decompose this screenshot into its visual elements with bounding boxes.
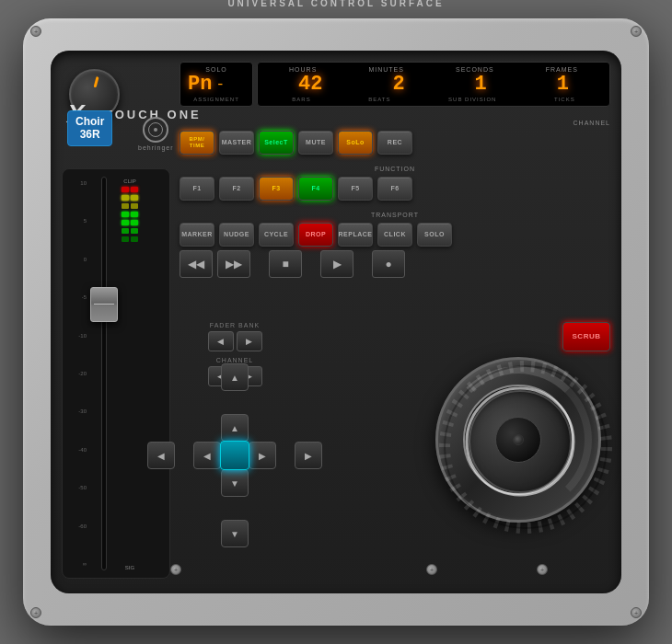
- knob-indicator: [93, 76, 98, 87]
- scale-20n: -20: [70, 371, 87, 376]
- f3-button[interactable]: F3: [259, 177, 294, 201]
- scale-50n: -50: [70, 485, 87, 490]
- channel-buttons: BPM/TIME MASTER SelecT MUTE SoLo REC: [180, 131, 610, 155]
- vu-yellow-row-1: [122, 195, 138, 201]
- bottom-controls: FADER BANK ◀ ▶ CHANNEL ◀ ▶: [180, 322, 610, 579]
- fader-handle[interactable]: [90, 287, 118, 322]
- play-button[interactable]: ▶: [320, 250, 353, 278]
- fader-bank-left[interactable]: ◀: [208, 331, 234, 351]
- channel-nav-label: CHANNEL: [180, 357, 290, 363]
- f6-button[interactable]: F6: [377, 177, 412, 201]
- left-controls: FADER BANK ◀ ▶ CHANNEL ◀ ▶: [180, 322, 290, 579]
- vu-seg-g1: [122, 212, 129, 217]
- click-button[interactable]: CLICK: [377, 223, 412, 247]
- scale-inf: ∞: [70, 561, 87, 567]
- jog-wheel[interactable]: [435, 357, 610, 532]
- select-button[interactable]: SelecT: [259, 131, 294, 155]
- subdivision-label: SUB DIVISION: [448, 97, 496, 102]
- nav-down[interactable]: ▼: [221, 469, 249, 497]
- nav-left[interactable]: ◀: [193, 442, 221, 469]
- vu-seg-g3: [122, 220, 129, 225]
- solo-button[interactable]: SoLo: [338, 131, 373, 155]
- function-buttons: F1 F2 F3 F4 F5 F6: [180, 177, 610, 201]
- f2-button[interactable]: F2: [219, 177, 254, 201]
- fader-center-line: [94, 304, 114, 305]
- drop-button[interactable]: DROP: [298, 223, 333, 247]
- bpm-time-button[interactable]: BPM/TIME: [180, 131, 214, 155]
- record-button[interactable]: ●: [372, 250, 405, 278]
- fader-bank-right[interactable]: ▶: [237, 331, 262, 351]
- rec-button[interactable]: REC: [377, 131, 412, 155]
- f4-button[interactable]: F4: [298, 177, 333, 201]
- cycle-button[interactable]: CYCLE: [259, 223, 294, 247]
- nav-right[interactable]: ▶: [249, 442, 276, 469]
- fader-section: 10 5 0 -5 -10 -20 -30 -40 -50 -60 ∞: [62, 168, 170, 579]
- f1-button[interactable]: F1: [180, 177, 214, 201]
- nav-left-outer[interactable]: ◀: [147, 442, 175, 469]
- fader-track[interactable]: [90, 177, 118, 570]
- dpad-container: ▲ ▼ ◀ ▶ ▲ ▼ ◀ ▶: [180, 396, 290, 515]
- vu-seg-y2: [131, 195, 138, 201]
- assignment-display: SOLO Pn - ASSIGNMENT: [180, 62, 253, 107]
- transport-section-label: TRANSPORT: [371, 212, 419, 218]
- transport-arrows: ◀◀ ▶▶ ■ ▶ ●: [180, 250, 610, 278]
- right-controls: SCRUB: [297, 322, 610, 579]
- nav-up[interactable]: ▲: [221, 414, 249, 442]
- f5-button[interactable]: F5: [338, 177, 373, 201]
- rewind-button[interactable]: ◀◀: [180, 250, 213, 278]
- stop-button[interactable]: ■: [269, 250, 302, 278]
- transport-top-buttons: MARKER NUDGE CYCLE DROP REPLACE CLICK SO…: [180, 223, 610, 247]
- vu-seg-red-2: [131, 187, 138, 192]
- sig-label: SIG: [122, 565, 138, 570]
- fader-bank-section: FADER BANK ◀ ▶: [180, 322, 290, 351]
- scale-5: 5: [70, 218, 87, 224]
- vu-columns: [122, 187, 138, 562]
- scrub-button[interactable]: SCRUB: [562, 322, 610, 351]
- mute-button[interactable]: MUTE: [298, 131, 333, 155]
- frames-label: FRAMES: [546, 66, 578, 73]
- nav-down-outer[interactable]: ▼: [221, 520, 249, 547]
- vu-seg-y4: [131, 203, 138, 209]
- nudge-button[interactable]: NUDGE: [219, 223, 254, 247]
- display-section: SOLO Pn - ASSIGNMENT HOURS MINUTES: [180, 62, 610, 278]
- vu-seg-g6: [131, 228, 138, 234]
- vu-seg-g2: [131, 212, 138, 217]
- solo-transport-button[interactable]: SOLO: [417, 223, 452, 247]
- device-panel: X X TOUCH ONE Choir 36R behringer: [51, 51, 621, 593]
- vu-seg-red-1: [122, 187, 129, 192]
- jog-outer-ring: [435, 357, 601, 523]
- function-section-label: FUNCTION: [375, 166, 415, 172]
- minutes-label: MINUTES: [368, 66, 404, 73]
- scale-5n: -5: [70, 294, 87, 300]
- scale-40n: -40: [70, 447, 87, 453]
- screw-bl: [30, 607, 41, 618]
- nav-center[interactable]: [220, 441, 249, 470]
- screw-tl: [30, 26, 41, 37]
- time-seconds: 1: [475, 75, 487, 95]
- assignment-label: ASSIGNMENT: [193, 97, 239, 102]
- replace-button[interactable]: REPLACE: [338, 223, 373, 247]
- time-hours: 42: [298, 75, 322, 95]
- dpad-inner: ▲ ▼ ◀ ▶: [193, 414, 276, 497]
- vu-meter: CLIP: [122, 177, 138, 570]
- device-title: UNIVERSAL CONTROL SURFACE: [227, 0, 444, 8]
- beats-label: BEATS: [368, 97, 390, 102]
- fader-rail: [101, 177, 107, 570]
- nav-up-outer[interactable]: ▲: [221, 363, 249, 391]
- scrub-section: SCRUB: [562, 322, 610, 351]
- digit-p: Pn: [188, 75, 212, 95]
- screw-br: [631, 607, 642, 618]
- channel-line2: 36R: [75, 128, 104, 141]
- hours-label: HOURS: [289, 66, 317, 73]
- seconds-label: SECONDS: [456, 66, 494, 73]
- digit-dash: -: [215, 76, 225, 93]
- marker-button[interactable]: MARKER: [180, 223, 214, 247]
- fader-bank-buttons: ◀ ▶: [180, 331, 290, 351]
- vu-seg-g7: [122, 236, 129, 242]
- master-button[interactable]: MASTER: [219, 131, 254, 155]
- vu-seg-y1: [122, 195, 129, 201]
- bars-label: BARS: [292, 97, 310, 102]
- fast-forward-button[interactable]: ▶▶: [217, 250, 250, 278]
- vu-green-row-4: [122, 236, 138, 242]
- scale-60n: -60: [70, 523, 87, 529]
